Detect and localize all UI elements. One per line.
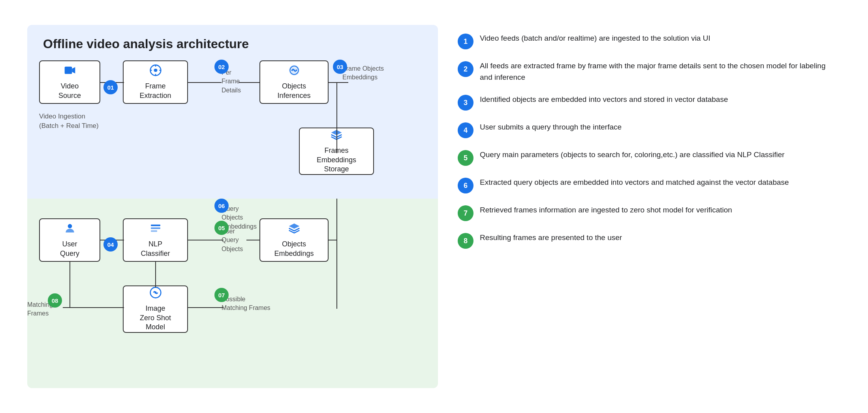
connector-b4 bbox=[329, 240, 336, 240]
video-source-icon bbox=[64, 64, 76, 79]
svg-point-3 bbox=[154, 69, 157, 72]
svg-rect-0 bbox=[64, 67, 72, 74]
frame-extraction-box: Frame Extraction bbox=[123, 60, 188, 104]
legend-text-1: Video feeds (batch and/or realtime) are … bbox=[480, 33, 837, 44]
legend-text-2: All feeds are extracted frame by frame w… bbox=[480, 60, 837, 83]
badge-02: 02 bbox=[214, 60, 229, 74]
svg-marker-1 bbox=[72, 67, 75, 73]
nlp-classifier-icon bbox=[149, 222, 162, 237]
svg-point-11 bbox=[154, 292, 156, 294]
connector-b10 bbox=[70, 262, 70, 307]
legend-area: 1Video feeds (batch and/or realtime) are… bbox=[454, 25, 841, 257]
legend-text-7: Retrieved frames information are ingeste… bbox=[480, 205, 837, 216]
legend-badge-8: 8 bbox=[458, 233, 473, 249]
badge-01: 01 bbox=[103, 80, 118, 94]
svg-point-5 bbox=[293, 69, 295, 71]
page-container: Offline video analysis architecture Vide… bbox=[19, 17, 849, 396]
video-source-box: Video Source bbox=[39, 60, 100, 104]
legend-item-2: 2All feeds are extracted frame by frame … bbox=[458, 60, 837, 83]
legend-badge-7: 7 bbox=[458, 205, 473, 221]
objects-embeddings-box: Objects Embeddings bbox=[259, 218, 329, 262]
video-ingestion-label: Video Ingestion(Batch + Real Time) bbox=[39, 112, 99, 131]
image-zero-shot-box: Image Zero Shot Model bbox=[123, 285, 188, 333]
connector-b5 bbox=[336, 199, 337, 240]
nlp-classifier-label: NLP Classifier bbox=[141, 240, 170, 258]
connector-b7 bbox=[188, 307, 224, 308]
legend-badge-1: 1 bbox=[458, 34, 473, 49]
nlp-classifier-box: NLP Classifier bbox=[123, 218, 188, 262]
svg-point-4 bbox=[291, 69, 293, 71]
svg-point-7 bbox=[68, 224, 72, 228]
connector-5 bbox=[336, 82, 337, 153]
user-query-icon bbox=[64, 222, 76, 237]
svg-rect-8 bbox=[151, 225, 160, 226]
objects-inferences-label: Objects Inferences bbox=[277, 82, 310, 100]
connector-b3 bbox=[246, 240, 260, 240]
svg-point-6 bbox=[295, 69, 297, 71]
legend-item-3: 3Identified objects are embedded into ve… bbox=[458, 94, 837, 111]
diagram-area: Offline video analysis architecture Vide… bbox=[27, 25, 438, 388]
frame-extraction-label: Frame Extraction bbox=[139, 82, 171, 100]
legend-item-4: 4User submits a query through the interf… bbox=[458, 122, 837, 138]
badge-08: 08 bbox=[48, 293, 62, 308]
legend-text-3: Identified objects are embedded into vec… bbox=[480, 94, 837, 105]
svg-rect-9 bbox=[151, 227, 160, 229]
image-zero-shot-icon bbox=[149, 286, 162, 302]
legend-item-8: 8Resulting frames are presented to the u… bbox=[458, 232, 837, 249]
bottom-section: User Query 04 NLP Classifier 05 User Que… bbox=[27, 199, 438, 388]
badge-03: 03 bbox=[333, 60, 347, 74]
legend-badge-3: 3 bbox=[458, 95, 473, 111]
legend-text-4: User submits a query through the interfa… bbox=[480, 122, 837, 133]
connector-3 bbox=[239, 82, 260, 83]
connector-b8 bbox=[336, 240, 337, 309]
svg-rect-10 bbox=[151, 230, 157, 232]
badge-05: 05 bbox=[214, 221, 229, 235]
legend-text-5: Query main parameters (objects to search… bbox=[480, 149, 837, 161]
legend-item-7: 7Retrieved frames information are ingest… bbox=[458, 205, 837, 221]
top-section: Offline video analysis architecture Vide… bbox=[27, 25, 438, 199]
image-zero-shot-label: Image Zero Shot Model bbox=[140, 304, 171, 332]
frame-extraction-icon bbox=[149, 64, 162, 79]
connector-b2 bbox=[188, 240, 224, 240]
connector-2 bbox=[188, 82, 222, 83]
user-query-box: User Query bbox=[39, 218, 100, 262]
legend-badge-2: 2 bbox=[458, 61, 473, 77]
objects-inferences-box: Objects Inferences bbox=[259, 60, 329, 104]
objects-embeddings-icon bbox=[288, 222, 301, 237]
frame-objects-embeddings-label: Frame Objects Embeddings bbox=[342, 64, 384, 82]
video-source-label: Video Source bbox=[58, 82, 81, 100]
badge-06: 06 bbox=[214, 199, 229, 213]
legend-badge-6: 6 bbox=[458, 178, 473, 193]
legend-badge-4: 4 bbox=[458, 122, 473, 138]
objects-inferences-icon bbox=[288, 64, 301, 79]
page-title: Offline video analysis architecture bbox=[43, 37, 422, 51]
legend-item-1: 1Video feeds (batch and/or realtime) are… bbox=[458, 33, 837, 49]
legend-text-8: Resulting frames are presented to the us… bbox=[480, 232, 837, 244]
connector-4 bbox=[329, 82, 348, 83]
badge-04: 04 bbox=[103, 237, 118, 252]
legend-text-6: Extracted query objects are embedded int… bbox=[480, 177, 837, 188]
possible-matching-frames-label: Possible Matching Frames bbox=[222, 295, 271, 313]
legend-item-5: 5Query main parameters (objects to searc… bbox=[458, 149, 837, 166]
legend-badge-5: 5 bbox=[458, 150, 473, 166]
legend-item-6: 6Extracted query objects are embedded in… bbox=[458, 177, 837, 193]
connector-b9 bbox=[63, 307, 124, 308]
objects-embeddings-label: Objects Embeddings bbox=[274, 240, 314, 258]
connector-b6 bbox=[155, 262, 156, 287]
badge-07: 07 bbox=[214, 288, 229, 302]
user-query-label: User Query bbox=[60, 240, 79, 258]
